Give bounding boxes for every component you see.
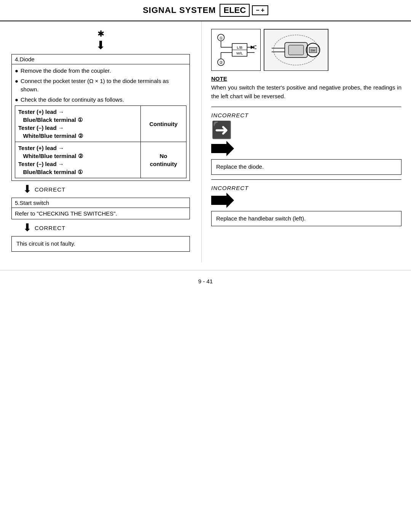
incorrect-1-action-box: Replace the diode. <box>211 159 401 175</box>
svg-marker-14 <box>251 46 254 49</box>
divider-2 <box>211 179 401 180</box>
page-header: SIGNAL SYSTEM ELEC − + <box>0 0 411 21</box>
svg-text:②: ② <box>219 60 223 65</box>
section5-header: 5.Start switch <box>12 198 190 208</box>
svg-text:①: ① <box>219 36 223 40</box>
note-box: NOTE When you switch the tester's positi… <box>211 75 401 101</box>
svg-marker-27 <box>211 141 234 156</box>
section4-box: 4.Diode ● Remove the diode from the coup… <box>11 54 190 181</box>
incorrect-2-label: INCORRECT <box>211 185 249 191</box>
incorrect-2-action-box: Replace the handlebar switch (left). <box>211 211 401 227</box>
correct-2-row: ⬇ CORRECT <box>23 222 190 233</box>
battery-minus: − <box>256 7 259 14</box>
note-title: NOTE <box>211 75 401 82</box>
page-title: SIGNAL SYSTEM <box>143 5 216 15</box>
page-number: 9 - 41 <box>0 270 411 288</box>
section4-body: ● Remove the diode from the coupler. ● C… <box>12 64 190 181</box>
incorrect-1-row: INCORRECT <box>211 112 401 118</box>
bullet-3: ● Check the diode for continuity as foll… <box>15 96 186 104</box>
incorrect-1-arrow-visual <box>211 141 401 156</box>
tester-row-2: Tester (+) lead → White/Blue terminal ② … <box>15 142 186 178</box>
circuit-diagram-left: ① ② L/B W/L <box>211 29 261 71</box>
section4-header: 4.Diode <box>12 54 190 64</box>
battery-plus: + <box>261 7 264 14</box>
incorrect-2-action: Replace the handlebar switch (left). <box>216 215 306 222</box>
correct-1-label: CORRECT <box>35 186 65 193</box>
final-box-text: This circuit is not faulty. <box>16 240 75 247</box>
tester-row-2-desc: Tester (+) lead → White/Blue terminal ② … <box>15 142 141 178</box>
tester-row-1: Tester (+) lead → Blue/Black terminal ① … <box>15 106 186 142</box>
note-text: When you switch the tester's positive an… <box>211 83 401 101</box>
svg-text:W/L: W/L <box>236 51 243 55</box>
component-illustration: SW <box>264 29 328 71</box>
bullet-1: ● Remove the diode from the coupler. <box>15 67 186 75</box>
incorrect-2-arrow-visual <box>211 193 401 208</box>
section5-body: Refer to "CHECKING THE SWITCHES". <box>12 208 190 219</box>
main-content: ✱ ⬇ 4.Diode ● Remove the diode from the … <box>0 21 411 262</box>
diagram-area: ① ② L/B W/L <box>211 29 401 71</box>
tester-row-1-result: Continuity <box>141 106 186 142</box>
tester-table: Tester (+) lead → Blue/Black terminal ① … <box>15 105 186 178</box>
svg-text:SW: SW <box>311 49 315 52</box>
incorrect-2-row: INCORRECT <box>211 185 401 191</box>
incorrect-1-section: INCORRECT ⬛ ➜ Replace the diode. <box>211 112 401 175</box>
circuit-svg: ① ② L/B W/L <box>212 29 260 70</box>
arrow-down-1: ⬇ <box>11 40 190 51</box>
incorrect-1-arrow: ⬛ ➜ <box>211 120 401 139</box>
correct-2-label: CORRECT <box>35 225 65 231</box>
left-column: ✱ ⬇ 4.Diode ● Remove the diode from the … <box>0 21 202 262</box>
section5-box: 5.Start switch Refer to "CHECKING THE SW… <box>11 198 190 219</box>
tester-row-2-result: Nocontinuity <box>141 142 186 178</box>
bullet-2-text: Connect the pocket tester (Ω × 1) to the… <box>21 77 186 94</box>
svg-marker-28 <box>211 193 234 208</box>
bullet-1-text: Remove the diode from the coupler. <box>21 67 111 75</box>
elec-label: ELEC <box>220 4 250 17</box>
incorrect-1-label: INCORRECT <box>211 112 249 118</box>
bullet-2: ● Connect the pocket tester (Ω × 1) to t… <box>15 77 186 94</box>
section5-text: Refer to "CHECKING THE SWITCHES". <box>15 210 117 217</box>
correct-1-row: ⬇ CORRECT <box>23 184 190 195</box>
svg-text:L/B: L/B <box>237 45 242 50</box>
circuit-diagram-right: SW <box>264 29 328 71</box>
divider-1 <box>211 107 401 107</box>
star-marker: ✱ <box>11 29 190 39</box>
battery-symbol: − + <box>252 5 268 15</box>
right-column: ① ② L/B W/L <box>202 21 411 262</box>
incorrect-1-action: Replace the diode. <box>216 163 264 170</box>
correct-arrow-2: ⬇ <box>23 222 32 233</box>
bullet-3-text: Check the diode for continuity as follow… <box>21 96 124 104</box>
tester-row-1-desc: Tester (+) lead → Blue/Black terminal ① … <box>15 106 141 142</box>
final-box: This circuit is not faulty. <box>11 236 190 252</box>
incorrect-2-section: INCORRECT Replace the handlebar switch (… <box>211 185 401 227</box>
svg-rect-21 <box>288 45 304 55</box>
correct-arrow-1: ⬇ <box>23 184 32 195</box>
